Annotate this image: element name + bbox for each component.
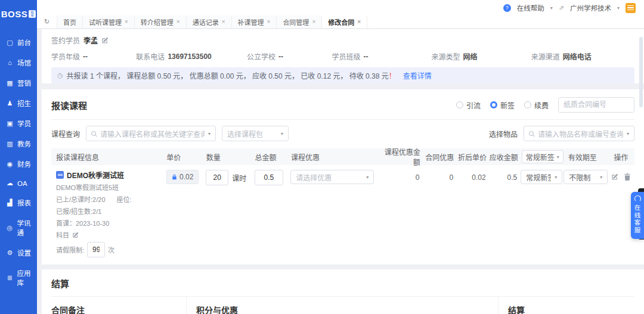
chevron-down-icon: ▾ [627, 131, 629, 136]
online-help-menu[interactable]: 在线帮助 [517, 3, 544, 13]
sidebar-item-xuexuntong[interactable]: ◎学讯通 [0, 213, 37, 243]
total-input[interactable] [255, 170, 283, 185]
course-panel: 报读课程 引流 新签 续费 课程查询 请输入课程名称或其他关键字查询▾ 选择课程… [42, 89, 644, 265]
settlement-panel: 结算 合同备注 积分与优惠 合同优惠 优惠券 积分抵用 赠送账户 [42, 269, 644, 314]
lock-icon [172, 174, 177, 180]
field-label: 来源类型 [432, 51, 460, 61]
tab-home[interactable]: 首页 [57, 15, 83, 28]
validity-select[interactable]: 不限制▾ [564, 170, 608, 184]
sidebar-item-baobiao[interactable]: ▟报表 [0, 192, 37, 213]
edit-subject-icon[interactable] [72, 232, 79, 238]
field-value: -- [363, 52, 368, 61]
select-placeholder: 请输入课程名称或其他关键字查询 [100, 129, 205, 139]
edit-student-icon[interactable] [101, 37, 109, 44]
header-sign-type-select[interactable]: 常规新签▾ [522, 150, 564, 163]
tab-referral[interactable]: 转介绍管理× [135, 15, 187, 28]
radio-icon [524, 101, 531, 108]
settlement-section-title: 结算 [51, 277, 69, 290]
logo-badge: 校长 [29, 10, 36, 18]
course-discount-select[interactable]: 请选择优惠▾ [290, 170, 374, 184]
col-course-info: 报读课程信息 [51, 152, 166, 162]
tab-label: 补课管理 [238, 17, 264, 27]
radio-xinqian[interactable]: 新签 [490, 100, 515, 110]
sidebar-item-jiaowu[interactable]: ▥教务 [0, 133, 37, 154]
sidebar-item-label: 设置 [17, 248, 31, 257]
field-label: 学员年级 [51, 51, 80, 61]
fullscreen-icon[interactable]: ⇗ [559, 4, 564, 12]
customer-service-button[interactable]: 在线客服 [631, 192, 644, 239]
close-icon[interactable]: × [312, 18, 315, 25]
logo-text: BOSS [1, 9, 28, 19]
tab-trial-course[interactable]: 试听课管理× [83, 15, 135, 28]
discount-amount-value: 0 [377, 170, 423, 182]
avatar[interactable] [626, 3, 636, 13]
view-details-link[interactable]: 查看详情 [403, 70, 432, 80]
select-value: 常规新签 [526, 152, 555, 162]
leave-limit-input[interactable] [87, 242, 105, 257]
company-menu[interactable]: 广州学邦技术 [570, 3, 611, 13]
marketing-icon: ▦ [6, 79, 14, 87]
sidebar: BOSS 校长 ▢前台 ⌂场馆 ▦营销 ♟招生 ▣学员 ▥教务 ◉财务 ☁OA … [0, 0, 37, 314]
quantity-input[interactable] [206, 170, 228, 185]
close-icon[interactable]: × [222, 18, 225, 25]
course-row: DEMO秋季测试班 DEMO寒假测试班5班 已上/总课时:2/20座位: 已报/… [51, 165, 634, 265]
chevron-down-icon: ▾ [366, 175, 369, 180]
sidebar-item-qiantai[interactable]: ▢前台 [0, 32, 37, 52]
chevron-down-icon: ▾ [617, 5, 620, 11]
col-course-discount: 课程优惠 [291, 152, 378, 162]
hours-info: 已上/总课时:2/20 [56, 194, 106, 204]
field-source-channel: 来源渠道网络电话 [531, 51, 634, 61]
course-query-select[interactable]: 请输入课程名称或其他关键字查询▾ [86, 126, 216, 141]
select-placeholder: 请输入物品名称或编号查询 [538, 129, 623, 139]
field-label: 学员班级 [332, 51, 360, 61]
sidebar-item-oa[interactable]: ☁OA [0, 174, 37, 192]
tab-makeup-class[interactable]: 补课管理× [232, 15, 277, 28]
field-value: 网络电话 [563, 51, 592, 61]
tab-label: 修改合同 [328, 17, 354, 27]
sidebar-item-shezhi[interactable]: ⚙设置 [0, 243, 37, 263]
sidebar-item-yingyongku[interactable]: ≣应用库 [0, 263, 37, 293]
sidebar-item-caiwu[interactable]: ◉财务 [0, 154, 37, 174]
radio-label: 引流 [466, 100, 481, 110]
tab-call-records[interactable]: 通话记录× [187, 15, 232, 28]
tab-label: 首页 [63, 17, 76, 27]
chevron-down-icon: ▾ [550, 5, 553, 11]
field-label: 联系电话 [136, 51, 165, 61]
goods-label: 选择物品 [489, 129, 518, 139]
chevron-down-icon: ▾ [555, 175, 557, 180]
field-label: 来源渠道 [531, 51, 560, 61]
edit-row-icon[interactable] [611, 173, 618, 181]
radio-yinliu[interactable]: 引流 [456, 100, 481, 110]
tab-label: 通话记录 [193, 17, 219, 27]
delete-row-icon[interactable] [624, 173, 631, 181]
contract-remarks-title: 合同备注 [51, 304, 178, 314]
close-icon[interactable]: × [357, 18, 361, 25]
sidebar-item-zhaosheng[interactable]: ♟招生 [0, 93, 37, 113]
sidebar-item-yingxiao[interactable]: ▦营销 [0, 73, 37, 93]
course-package-select[interactable]: 选择课程包▾ [222, 126, 289, 141]
close-icon[interactable]: × [267, 18, 271, 25]
unit-price-cell: 0.02 [166, 170, 206, 184]
tab-contract-mgmt[interactable]: 合同管理× [277, 15, 322, 28]
seat-info: 座位: [117, 194, 132, 204]
tab-edit-contract[interactable]: 修改合同× [322, 15, 367, 28]
scrollbar-thumb[interactable] [639, 37, 643, 107]
close-icon[interactable]: × [177, 18, 180, 25]
col-validity: 有效期至 [564, 152, 608, 162]
summary-title: 结算 [508, 304, 626, 314]
refresh-icon[interactable]: ↻ [37, 15, 57, 28]
discount-cell: 请选择优惠▾ [290, 170, 377, 184]
course-table-header: 报读课程信息 单价 数量 总金额 课程优惠 课程优惠金额 合同优惠 折后单价 应… [51, 148, 634, 165]
sidebar-item-changguan[interactable]: ⌂场馆 [0, 52, 37, 73]
paper-contract-no-input[interactable] [558, 97, 634, 113]
sidebar-item-xueyuan[interactable]: ▣学员 [0, 113, 37, 133]
select-placeholder: 请选择优惠 [296, 172, 363, 182]
close-icon[interactable]: × [125, 18, 128, 25]
field-phone: 联系电话13697153500 [136, 51, 247, 61]
goods-select[interactable]: 请输入物品名称或编号查询▾ [524, 126, 634, 141]
field-label: 公立学校 [247, 51, 275, 61]
row-sign-type-select[interactable]: 常规新签▾ [521, 170, 562, 184]
radio-xufei[interactable]: 续费 [524, 100, 549, 110]
quantity-unit: 课时 [232, 173, 246, 183]
venue-icon: ⌂ [6, 59, 14, 66]
